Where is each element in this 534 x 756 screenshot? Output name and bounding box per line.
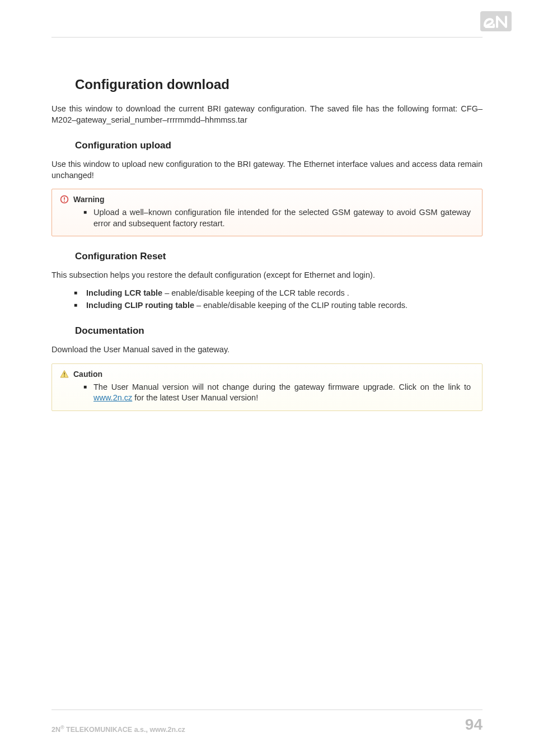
reset-item1-bold: Including LCR table xyxy=(86,288,162,297)
page: Configuration download Use this window t… xyxy=(0,0,534,756)
footer-brand-post: TELEKOMUNIKACE a.s., www.2n.cz xyxy=(64,726,185,734)
brand-logo xyxy=(480,11,512,31)
paragraph-download: Use this window to download the current … xyxy=(51,104,483,125)
caution-text-post: for the latest User Manual version! xyxy=(132,393,258,402)
heading-documentation: Documentation xyxy=(75,325,483,337)
reset-item2-rest: – enable/disable keeping of the CLIP rou… xyxy=(194,301,407,310)
footer-brand-sup: ® xyxy=(60,725,64,730)
reset-item1-rest: – enable/disable keeping of the LCR tabl… xyxy=(162,288,349,297)
callout-caution-list: The User Manual version will not change … xyxy=(60,382,474,404)
reset-list-item-lcr: Including LCR table – enable/disable kee… xyxy=(84,288,483,299)
callout-warning-list: Upload a well–known configuration file i… xyxy=(60,207,474,229)
reset-item2-bold: Including CLIP routing table xyxy=(86,301,194,310)
svg-point-5 xyxy=(64,375,65,376)
heading-config-reset: Configuration Reset xyxy=(75,251,483,262)
caution-text-pre: The User Manual version will not change … xyxy=(93,382,471,391)
footer-left: 2N® TELEKOMUNIKACE a.s., www.2n.cz xyxy=(51,725,185,734)
paragraph-upload: Use this window to upload new configurat… xyxy=(51,159,483,181)
svg-rect-4 xyxy=(64,372,65,375)
svg-rect-2 xyxy=(64,197,65,200)
footer-brand-pre: 2N xyxy=(51,726,60,734)
heading-config-upload: Configuration upload xyxy=(75,140,483,151)
logo-2n-icon xyxy=(480,11,512,31)
callout-warning-item: Upload a well–known configuration file i… xyxy=(93,207,471,229)
warning-icon xyxy=(60,195,69,204)
svg-point-3 xyxy=(64,200,65,202)
reset-list: Including LCR table – enable/disable kee… xyxy=(73,288,483,311)
callout-warning: Warning Upload a well–known configuratio… xyxy=(51,189,483,236)
callout-caution: Caution The User Manual version will not… xyxy=(51,363,483,411)
callout-caution-item: The User Manual version will not change … xyxy=(93,382,471,404)
paragraph-reset: This subsection helps you restore the de… xyxy=(51,270,483,281)
reset-list-item-clip: Including CLIP routing table – enable/di… xyxy=(84,300,483,311)
heading-config-download: Configuration download xyxy=(75,77,483,92)
caution-icon xyxy=(60,370,69,379)
callout-caution-head: Caution xyxy=(60,370,474,379)
content-area: Configuration download Use this window t… xyxy=(51,38,483,411)
caution-link[interactable]: www.2n.cz xyxy=(93,393,132,402)
footer-page-number: 94 xyxy=(465,716,483,734)
callout-warning-head: Warning xyxy=(60,195,474,204)
callout-warning-title: Warning xyxy=(73,195,104,204)
callout-caution-title: Caution xyxy=(73,370,102,379)
paragraph-doc: Download the User Manual saved in the ga… xyxy=(51,344,483,356)
page-footer: 2N® TELEKOMUNIKACE a.s., www.2n.cz 94 xyxy=(51,710,483,734)
